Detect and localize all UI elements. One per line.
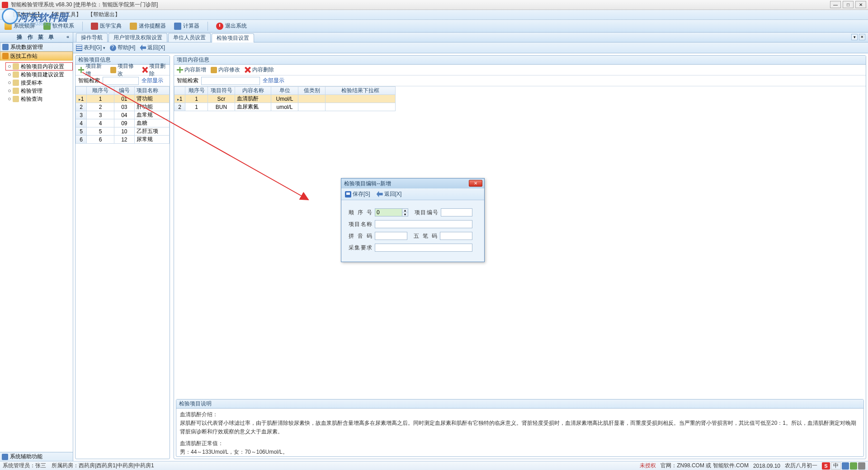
col-valtype[interactable]: 值类别 <box>298 87 326 95</box>
save-icon <box>345 191 351 197</box>
spin-up[interactable]: ▲ <box>402 209 408 212</box>
pinyin-input[interactable] <box>375 232 407 240</box>
sidebar-ribbon-station[interactable]: 医技工作站 <box>0 52 73 61</box>
tree-item-exam-content[interactable]: 检验项目内容设置 <box>5 62 73 70</box>
table-row[interactable]: 11Scr血清肌酐Umol/L <box>175 95 396 103</box>
status-admin-label: 系统管理员： <box>3 462 35 470</box>
maximize-button[interactable]: □ <box>843 1 854 8</box>
panel-head: 检验项目说明 <box>176 400 863 409</box>
spin-down[interactable]: ▼ <box>402 212 408 216</box>
col-code[interactable]: 编号 <box>114 87 135 95</box>
subbar-back[interactable]: 返回[X] <box>140 44 165 52</box>
col-name[interactable]: 项目名称 <box>134 87 169 95</box>
bell-icon <box>130 23 137 30</box>
name-input[interactable] <box>375 220 472 228</box>
ime-settings-icon[interactable] <box>858 462 865 470</box>
ime-keyboard-icon[interactable] <box>842 462 849 470</box>
folder-icon <box>2 53 9 59</box>
app-icon <box>2 2 8 8</box>
col-dropdown[interactable]: 检验结果下拉框 <box>326 87 396 95</box>
seq-spinner[interactable]: ▲▼ <box>375 208 408 216</box>
ime-bar[interactable]: S 中 <box>822 462 865 470</box>
show-all-link[interactable]: 全部显示 <box>263 77 284 85</box>
tree-item-accept-sample[interactable]: 接受标本 <box>0 79 73 87</box>
sidebar-header: 操 作 菜 单 « <box>0 33 73 42</box>
wubi-input[interactable] <box>440 232 472 240</box>
folder-icon <box>2 44 9 50</box>
show-all-link[interactable]: 全部显示 <box>142 77 163 85</box>
table-row[interactable]: 4409血糖 <box>76 119 170 127</box>
folder-icon <box>13 63 19 70</box>
tab-dropdown-button[interactable]: ▾ <box>851 34 858 40</box>
table-row[interactable]: 1101肾功能 <box>76 95 170 103</box>
menu-basic[interactable]: 【基本功能】 <box>8 11 44 19</box>
add-icon <box>177 67 183 73</box>
tb-lock-screen[interactable]: 系统锁屏 <box>5 22 35 30</box>
sidebar-tree: 检验项目内容设置 检验项目建议设置 接受标本 检验管理 检验查询 <box>0 61 73 452</box>
dialog-back-button[interactable]: 返回[X] <box>377 190 402 198</box>
req-input[interactable] <box>375 244 472 252</box>
tb-software-contact[interactable]: 软件联系 <box>43 22 74 30</box>
col-name[interactable]: 内容名称 <box>235 87 271 95</box>
dialog-close-button[interactable]: ✕ <box>469 180 482 187</box>
tab-user-perm[interactable]: 用户管理及权限设置 <box>108 33 167 42</box>
seq-input[interactable] <box>375 208 402 216</box>
btn-content-edit[interactable]: 内容修改 <box>211 66 240 74</box>
search-input-right[interactable] <box>201 77 260 85</box>
tb-calculator[interactable]: 计算器 <box>174 22 199 30</box>
btn-content-add[interactable]: 内容新增 <box>177 66 206 74</box>
sidebar-ribbon-data[interactable]: 系统数据管理 <box>0 42 73 52</box>
tree-item-exam-suggest[interactable]: 检验项目建议设置 <box>0 70 73 79</box>
edit-icon <box>110 67 116 73</box>
panel-description: 检验项目说明 血清肌酐介绍： 尿肌酐可以代表肾小球滤过率，由于肌酐清除较尿素快，… <box>176 399 864 457</box>
dialog-title-bar[interactable]: 检验项目编辑--新增 ✕ <box>341 179 484 188</box>
tb-exit-system[interactable]: 退出系统 <box>216 22 247 30</box>
tb-medical-book[interactable]: 医学宝典 <box>91 22 122 30</box>
tab-nav[interactable]: 操作导航 <box>76 33 108 42</box>
subbar-help[interactable]: 帮助[H] <box>110 44 135 52</box>
code-input[interactable] <box>441 208 472 216</box>
panel-head: 项目内容信息 <box>174 56 866 65</box>
delete-icon <box>245 67 251 73</box>
status-pharm-label: 所属药房： <box>52 462 79 470</box>
ime-lang[interactable]: 中 <box>831 462 841 470</box>
delete-icon <box>142 67 148 73</box>
tb-mini-reminder[interactable]: 迷你提醒器 <box>130 22 166 30</box>
sidebar-footer-aux[interactable]: 系统辅助功能 <box>0 452 73 461</box>
col-sym[interactable]: 项目符号 <box>208 87 235 95</box>
table-row[interactable]: 2203肝功能 <box>76 103 170 111</box>
status-date: 2018.09.10 <box>753 463 780 469</box>
panel-search-row: 智能检索 全部显示 <box>75 75 170 86</box>
toolbar-separator <box>82 22 83 31</box>
table-row[interactable]: 21BUN血尿素氮umol/L <box>175 103 396 111</box>
btn-content-del[interactable]: 内容删除 <box>245 66 274 74</box>
table-row[interactable]: 5510乙肝五项 <box>76 127 170 136</box>
minimize-button[interactable]: — <box>830 1 841 8</box>
table-row[interactable]: 3304血常规 <box>76 111 170 119</box>
tab-exam-setting[interactable]: 检验项目设置 <box>212 33 254 42</box>
status-unauth: 未授权 <box>640 462 656 470</box>
col-seq[interactable]: 顺序号 <box>87 87 114 95</box>
menu-help[interactable]: 【帮助退出】 <box>86 11 122 19</box>
toolbar-separator <box>208 22 208 31</box>
tree-item-exam-query[interactable]: 检验查询 <box>0 95 73 103</box>
tree-item-exam-manage[interactable]: 检验管理 <box>0 87 73 95</box>
col-unit[interactable]: 单位 <box>271 87 298 95</box>
sidebar-collapse-button[interactable]: « <box>66 34 71 39</box>
subbar-list[interactable]: 表列[G]▾ <box>76 44 105 52</box>
search-label: 智能检索 <box>78 77 100 85</box>
table-row[interactable]: 6612尿常规 <box>76 136 170 144</box>
col-seq[interactable]: 顺序号 <box>185 87 208 95</box>
search-input-left[interactable] <box>103 77 139 85</box>
ime-voice-icon[interactable] <box>850 462 857 470</box>
tab-close-button[interactable]: ✕ <box>859 34 865 40</box>
panel-search-row: 智能检索 全部显示 <box>174 75 866 86</box>
sub-toolbar: 表列[G]▾ 帮助[H] 返回[X] <box>73 42 868 53</box>
tab-unit-staff[interactable]: 单位人员设置 <box>168 33 211 42</box>
label-req: 采集要求 <box>349 244 372 252</box>
folder-icon <box>13 88 19 94</box>
close-button[interactable]: ✕ <box>855 1 866 8</box>
menu-tools[interactable]: 【常用工具】 <box>47 11 83 19</box>
dialog-save-button[interactable]: 保存[S] <box>345 190 370 198</box>
label-code: 项目编号 <box>415 209 438 216</box>
